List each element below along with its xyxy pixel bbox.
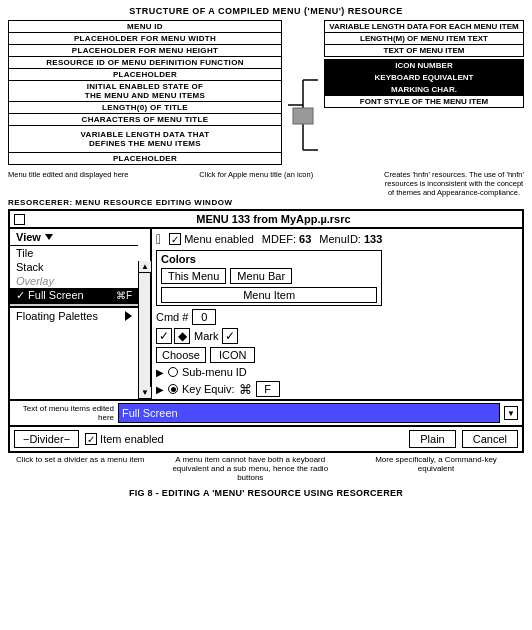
submenu-radio[interactable] [168, 367, 178, 377]
mdef-row: MDEF: 63 MenuID: 133 [262, 233, 382, 245]
colors-buttons: This Menu Menu Bar [161, 268, 377, 284]
diag-row-4: RESOURCE ID OF MENU DEFINITION FUNCTION [9, 57, 281, 69]
arrow-indicator2-icon: ▶ [156, 384, 164, 395]
right-panel:  ✓ Menu enabled MDEF: 63 MenuID: 133 [152, 229, 386, 399]
mark-label: Mark [194, 330, 218, 342]
mdef-item: MDEF: 63 [262, 233, 311, 245]
menu-scrollbar[interactable]: ▲ ▼ [138, 261, 150, 399]
divider-button[interactable]: −Divider− [14, 430, 79, 448]
diag-right-bottom: ICON NUMBER KEYBOARD EQUIVALENT MARKING … [324, 59, 524, 108]
diag-right-bottom-row-3: MARKING CHAR. [325, 84, 523, 96]
diag-row-2: PLACEHOLDER FOR MENU WIDTH [9, 33, 281, 45]
scrollbar-track [139, 273, 150, 387]
menu-item-button[interactable]: Menu Item [161, 287, 377, 303]
keyequiv-radio[interactable] [168, 384, 178, 394]
list-item-stack[interactable]: Stack [10, 260, 138, 274]
menuid-value: 133 [364, 233, 382, 245]
diagram-title: STRUCTURE OF A COMPILED MENU ('MENU') RE… [8, 6, 524, 16]
diag-row-1: MENU ID [9, 21, 281, 33]
view-label: View [16, 231, 41, 243]
list-item-floating[interactable]: Floating Palettes [10, 307, 138, 324]
mac-titlebar: MENU 133 from MyApp.µ.rsrc [10, 211, 522, 229]
diamond-symbol[interactable]: ◆ [174, 328, 190, 344]
scroll-down-btn[interactable]: ▼ [139, 387, 151, 399]
mdef-value: 63 [299, 233, 311, 245]
submenu-row: ▶ Sub-menu ID [156, 366, 382, 378]
cmd-label: Cmd # [156, 311, 188, 323]
cmd-symbol-icon: ⌘ [239, 382, 252, 397]
item-enabled-checkbox[interactable]: ✓ [85, 433, 97, 445]
mark-value[interactable]: ✓ [222, 328, 238, 344]
left-panel: View Tile Stack Overlay ✓ Full Screen ⌘F [10, 229, 152, 399]
ann-left: Click to set a divider as a menu item [16, 455, 145, 482]
keyequiv-row: ▶ Key Equiv: ⌘ [156, 381, 382, 397]
menuid-item: MenuID: 133 [319, 233, 382, 245]
text-input-field[interactable]: Full Screen [118, 403, 500, 423]
item-enabled-row: ✓ Item enabled [85, 433, 164, 445]
menuid-label: MenuID: [319, 233, 361, 245]
this-menu-button[interactable]: This Menu [161, 268, 226, 284]
diag-row-10: PLACEHOLDER [9, 153, 281, 164]
checkmark-symbol[interactable]: ✓ [156, 328, 172, 344]
connector-svg [288, 20, 318, 200]
keyequiv-label: Key Equiv: [182, 383, 235, 395]
bottom-bar: −Divider− ✓ Item enabled Plain Cancel [10, 425, 522, 451]
window-body: View Tile Stack Overlay ✓ Full Screen ⌘F [10, 229, 522, 399]
diag-row-5: PLACEHOLDER [9, 69, 281, 81]
plain-button[interactable]: Plain [409, 430, 455, 448]
svg-rect-4 [293, 108, 313, 124]
item-enabled-label: Item enabled [100, 433, 164, 445]
menu-items-list: Tile Stack Overlay ✓ Full Screen ⌘F Floa… [10, 246, 138, 324]
menu-list-inner: View Tile Stack Overlay ✓ Full Screen ⌘F [10, 229, 138, 324]
diag-right-row-1: VARIABLE LENGTH DATA FOR EACH MENU ITEM [325, 21, 523, 33]
window-title: MENU 133 from MyApp.µ.rsrc [29, 213, 518, 225]
view-arrow-icon[interactable] [45, 234, 53, 240]
list-item-fullscreen[interactable]: ✓ Full Screen ⌘F [10, 288, 138, 303]
menu-bar-button[interactable]: Menu Bar [230, 268, 292, 284]
main-section: RESORCERER: MENU RESOURCE EDITING WINDOW… [0, 198, 532, 500]
radio-inner [171, 387, 176, 392]
submenu-label: Sub-menu ID [182, 366, 247, 378]
list-item-overlay[interactable]: Overlay [10, 274, 138, 288]
cancel-button[interactable]: Cancel [462, 430, 518, 448]
list-item-tile[interactable]: Tile [10, 246, 138, 260]
text-note: Text of menu items edited here [14, 404, 114, 422]
key-equiv-input[interactable] [256, 381, 280, 397]
mark-symbols: ✓ ◆ [156, 328, 190, 344]
icon-row: Choose ICON [156, 347, 382, 363]
choose-button[interactable]: Choose [156, 347, 206, 363]
mac-window: MENU 133 from MyApp.µ.rsrc View Tile Sta… [8, 209, 524, 453]
mid-label-right: Creates 'hnfn' resources. The use of 'hn… [384, 170, 524, 197]
bottom-input-row: Text of menu items edited here Full Scre… [10, 399, 522, 425]
menu-enabled-row: ✓ Menu enabled [169, 233, 254, 245]
arrow-indicator-icon: ▶ [156, 367, 164, 378]
menu-enabled-label: Menu enabled [184, 233, 254, 245]
scroll-up-btn[interactable]: ▲ [139, 261, 151, 273]
titlebar-controls [14, 214, 25, 225]
colors-section: Colors This Menu Menu Bar Menu Item [156, 250, 382, 306]
mark-row: ✓ ◆ Mark ✓ [156, 328, 382, 344]
diag-row-7: LENGTH(0) OF TITLE [9, 102, 281, 114]
resource-label: RESORCERER: MENU RESOURCE EDITING WINDOW [8, 198, 524, 207]
annotation-row: Click to set a divider as a menu item A … [8, 453, 524, 484]
view-bar[interactable]: View [10, 229, 138, 246]
diag-row-3: PLACEHOLDER FOR MENU HEIGHT [9, 45, 281, 57]
diagram-columns: MENU ID PLACEHOLDER FOR MENU WIDTH PLACE… [8, 20, 524, 165]
diag-row-8: CHARACTERS OF MENU TITLE [9, 114, 281, 126]
apple-logo-icon[interactable]:  [156, 231, 161, 247]
submenu-arrow-icon [125, 311, 132, 321]
diagram-left: MENU ID PLACEHOLDER FOR MENU WIDTH PLACE… [8, 20, 282, 165]
cmd-row: Cmd # [156, 309, 382, 325]
bottom-caption: FIG 8 - EDITING A 'MENU' RESOURCE USING … [8, 484, 524, 500]
icon-button[interactable]: ICON [210, 347, 256, 363]
cmd-input[interactable] [192, 309, 216, 325]
menu-enabled-checkbox[interactable]: ✓ [169, 233, 181, 245]
diag-right-row-3: TEXT OF MENU ITEM [325, 45, 523, 56]
diag-right-top: VARIABLE LENGTH DATA FOR EACH MENU ITEM … [324, 20, 524, 57]
input-scroll-btn[interactable]: ▼ [504, 406, 518, 420]
floating-label: Floating Palettes [16, 310, 98, 322]
close-box[interactable] [14, 214, 25, 225]
text-input-value: Full Screen [122, 407, 178, 419]
diag-right-bottom-row-2: KEYBOARD EQUIVALENT [325, 72, 523, 84]
diagram-right: VARIABLE LENGTH DATA FOR EACH MENU ITEM … [324, 20, 524, 108]
